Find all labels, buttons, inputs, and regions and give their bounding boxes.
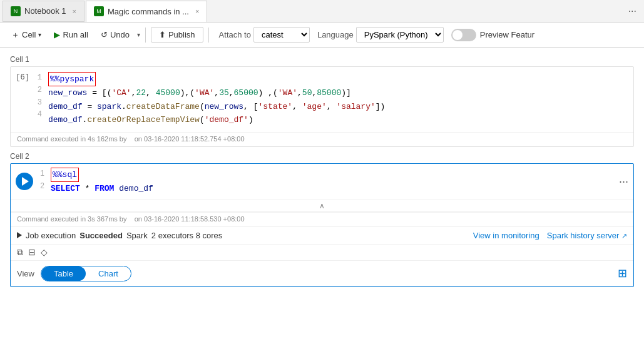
tab-magic-label: Magic commands in ... bbox=[108, 7, 189, 16]
attach-label: Attach to bbox=[219, 30, 251, 39]
main-content: Cell 1 [6] 1234 %%pyspark new_rows = [('… bbox=[0, 48, 644, 344]
add-cell-button[interactable]: ＋ Cell ▾ bbox=[6, 27, 46, 43]
attach-select[interactable]: catest bbox=[253, 27, 310, 43]
divider2 bbox=[208, 28, 209, 43]
plus-icon: ＋ bbox=[11, 29, 19, 41]
run-icon bbox=[22, 177, 29, 186]
cell2-code-content[interactable]: %%sql SELECT * FROM demo_df bbox=[51, 168, 614, 196]
notebook1-icon: N bbox=[11, 6, 21, 16]
clear-icon[interactable]: ◇ bbox=[41, 247, 48, 257]
language-group: Language PySpark (Python) bbox=[317, 27, 444, 43]
language-label: Language bbox=[317, 30, 354, 39]
toolbar-chevron[interactable]: ▾ bbox=[137, 31, 140, 38]
magic-command-sql: %%sql bbox=[51, 168, 79, 182]
cell2-more-button[interactable]: ··· bbox=[619, 175, 628, 188]
copy-icon[interactable]: ⧉ bbox=[17, 247, 23, 258]
cell2-run-button[interactable] bbox=[16, 173, 33, 190]
job-play-icon bbox=[17, 232, 22, 238]
preview-label: Preview Featur bbox=[480, 30, 534, 39]
code-line-2: new_rows = [('CA',22, 45000),('WA',35,65… bbox=[48, 86, 633, 99]
job-links: View in monitoring Spark history server … bbox=[473, 231, 627, 240]
chart-view-button[interactable]: Chart bbox=[86, 266, 131, 281]
preview-toggle-group: Preview Featur bbox=[451, 29, 534, 41]
view-toggle-group: Table Chart bbox=[41, 266, 131, 281]
publish-icon: ⬆ bbox=[159, 30, 166, 39]
preview-toggle[interactable] bbox=[451, 29, 476, 41]
undo-icon: ↺ bbox=[101, 30, 108, 39]
view-bar: View Table Chart ⊞ bbox=[11, 260, 633, 286]
job-executors-label: 2 executors 8 cores bbox=[151, 231, 222, 240]
cell1-line-numbers: 1234 bbox=[36, 72, 48, 127]
toggle-knob bbox=[452, 30, 463, 40]
cell2-container: 12 %%sql SELECT * FROM demo_df ··· ∧ Com… bbox=[10, 163, 634, 287]
collapse-icon: ∧ bbox=[319, 201, 325, 210]
cell1-footer-text: Command executed in 4s 162ms by bbox=[17, 135, 126, 143]
cell2-code-block: 12 %%sql SELECT * FROM demo_df bbox=[38, 168, 614, 196]
magic-icon: M bbox=[94, 6, 104, 16]
cell1-footer-date: on 03-16-2020 11:18:52.754 +08:00 bbox=[135, 135, 245, 143]
cell2-footer-date: on 03-16-2020 11:18:58.530 +08:00 bbox=[135, 215, 245, 223]
cell1-container: [6] 1234 %%pyspark new_rows = [('CA',22,… bbox=[10, 66, 634, 147]
cell1-code-area: [6] 1234 %%pyspark new_rows = [('CA',22,… bbox=[11, 67, 633, 132]
divider1 bbox=[145, 28, 146, 43]
cell1-code-content[interactable]: %%pyspark new_rows = [('CA',22, 45000),(… bbox=[48, 72, 633, 127]
code-line-3: demo_df = spark.createDataFrame(new_rows… bbox=[48, 100, 633, 113]
cell1-exec-num: [6] bbox=[11, 72, 36, 127]
cell2-code-line-2: SELECT * FROM demo_df bbox=[51, 182, 614, 195]
language-select[interactable]: PySpark (Python) bbox=[356, 27, 444, 43]
spark-history-link[interactable]: Spark history server ↗ bbox=[547, 231, 627, 240]
run-all-button[interactable]: ▶ Run all bbox=[49, 28, 93, 42]
tab-magic-close[interactable]: × bbox=[195, 8, 199, 15]
cell2-line-numbers: 12 bbox=[38, 168, 51, 196]
job-spark-label: Spark bbox=[126, 231, 148, 240]
cell1-footer: Command executed in 4s 162ms by on 03-16… bbox=[11, 132, 633, 146]
tab-notebook1[interactable]: N Notebook 1 × bbox=[3, 1, 84, 22]
attach-group: Attach to catest bbox=[219, 27, 310, 43]
job-execution-label: Job execution bbox=[26, 231, 76, 240]
code-line-1: %%pyspark bbox=[48, 72, 633, 86]
view-monitoring-link[interactable]: View in monitoring bbox=[473, 231, 539, 240]
job-bar: Job execution Succeeded Spark 2 executor… bbox=[11, 226, 633, 244]
export-button[interactable]: ⊞ bbox=[618, 266, 627, 280]
cell2-footer: Command executed in 3s 367ms by on 03-16… bbox=[11, 212, 633, 226]
filter-icon[interactable]: ⊟ bbox=[28, 247, 36, 257]
publish-button[interactable]: ⬆ Publish bbox=[151, 27, 203, 43]
tab-magic[interactable]: M Magic commands in ... × bbox=[86, 1, 207, 22]
output-toolbar: ⧉ ⊟ ◇ bbox=[11, 244, 633, 260]
tab-more-button[interactable]: ··· bbox=[623, 6, 641, 17]
tab-notebook1-label: Notebook 1 bbox=[24, 6, 66, 16]
cell2-footer-text: Command executed in 3s 367ms by bbox=[17, 215, 126, 223]
toolbar: ＋ Cell ▾ ▶ Run all ↺ Undo ▾ ⬆ Publish At… bbox=[0, 23, 644, 48]
view-label: View bbox=[17, 269, 34, 278]
code-line-4: demo_df.createOrReplaceTempView('demo_df… bbox=[48, 113, 633, 126]
job-status-badge: Succeeded bbox=[79, 231, 123, 240]
tab-notebook1-close[interactable]: × bbox=[73, 8, 76, 15]
cell1-code-block: 1234 %%pyspark new_rows = [('CA',22, 450… bbox=[36, 72, 633, 127]
table-view-button[interactable]: Table bbox=[41, 266, 86, 281]
cell-chevron-icon: ▾ bbox=[38, 31, 41, 38]
cell2-label: Cell 2 bbox=[10, 152, 634, 161]
cell1-label: Cell 1 bbox=[10, 55, 634, 64]
undo-button[interactable]: ↺ Undo bbox=[96, 28, 135, 42]
external-link-icon: ↗ bbox=[621, 232, 627, 240]
cell2-code-line-1: %%sql bbox=[51, 168, 614, 182]
cell2-header: 12 %%sql SELECT * FROM demo_df ··· bbox=[11, 164, 633, 200]
collapse-row[interactable]: ∧ bbox=[11, 200, 633, 212]
magic-command-pyspark: %%pyspark bbox=[48, 72, 96, 86]
tab-bar: N Notebook 1 × M Magic commands in ... ×… bbox=[0, 0, 644, 23]
run-all-icon: ▶ bbox=[54, 30, 60, 39]
